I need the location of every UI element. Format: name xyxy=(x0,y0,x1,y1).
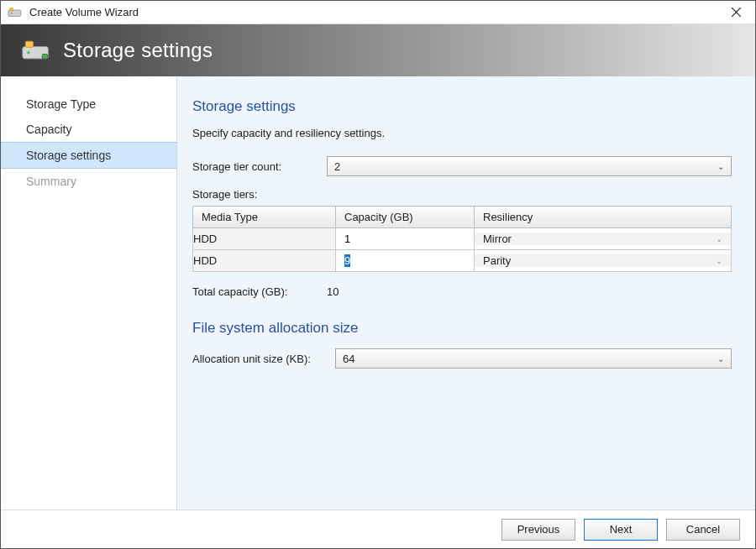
table-row: HDD Mirror ⌄ xyxy=(193,228,732,250)
storage-tiers-table: Media Type Capacity (GB) Resiliency HDD … xyxy=(192,206,732,272)
next-button[interactable]: Next xyxy=(584,519,658,541)
capacity-input-0[interactable] xyxy=(336,228,474,249)
sidebar-item-summary: Summary xyxy=(1,169,176,194)
close-button[interactable] xyxy=(722,1,750,24)
hint-text: Specify capacity and resiliency settings… xyxy=(192,127,732,139)
tier-count-select[interactable]: 2 ⌄ xyxy=(327,156,732,176)
cell-media-type: HDD xyxy=(193,228,336,250)
cancel-button[interactable]: Cancel xyxy=(666,519,740,541)
tiers-label: Storage tiers: xyxy=(192,188,732,201)
sidebar-item-storage-type[interactable]: Storage Type xyxy=(1,92,176,117)
chevron-down-icon: ⌄ xyxy=(717,162,724,171)
cell-media-type: HDD xyxy=(193,250,336,272)
wizard-footer: Previous Next Cancel xyxy=(1,510,755,548)
col-media-type[interactable]: Media Type xyxy=(193,207,336,228)
total-capacity-value: 10 xyxy=(327,285,339,298)
wizard-window: Create Volume Wizard Storage settings St… xyxy=(0,0,756,549)
col-capacity[interactable]: Capacity (GB) xyxy=(336,207,475,228)
chevron-down-icon: ⌄ xyxy=(717,354,724,363)
previous-button[interactable]: Previous xyxy=(501,519,575,541)
table-row: HDD Parity ⌄ xyxy=(193,250,732,272)
wizard-content: Storage settings Specify capacity and re… xyxy=(177,76,755,510)
wizard-sidebar: Storage Type Capacity Storage settings S… xyxy=(1,76,177,510)
allocation-row: Allocation unit size (KB): 64 ⌄ xyxy=(192,348,732,369)
banner-title: Storage settings xyxy=(63,39,213,62)
drive-icon xyxy=(8,7,23,18)
sidebar-item-storage-settings[interactable]: Storage settings xyxy=(1,142,176,169)
total-capacity-label: Total capacity (GB): xyxy=(192,285,327,298)
chevron-down-icon: ⌄ xyxy=(716,234,722,243)
allocation-select[interactable]: 64 ⌄ xyxy=(335,348,732,369)
allocation-label: Allocation unit size (KB): xyxy=(192,353,335,365)
window-title: Create Volume Wizard xyxy=(29,6,722,18)
drive-large-icon xyxy=(21,39,51,62)
svg-point-1 xyxy=(11,12,13,13)
tier-count-label: Storage tier count: xyxy=(192,160,327,173)
resiliency-value: Mirror xyxy=(483,233,512,245)
resiliency-select-1[interactable]: Parity ⌄ xyxy=(475,254,731,267)
col-resiliency[interactable]: Resiliency xyxy=(475,207,732,228)
allocation-value: 64 xyxy=(343,353,354,365)
svg-rect-2 xyxy=(9,8,13,10)
chevron-down-icon: ⌄ xyxy=(716,256,722,265)
wizard-body: Storage Type Capacity Storage settings S… xyxy=(1,76,755,510)
sidebar-item-capacity[interactable]: Capacity xyxy=(1,117,176,142)
tier-count-value: 2 xyxy=(334,160,340,173)
section-storage-settings-title: Storage settings xyxy=(192,98,732,115)
wizard-banner: Storage settings xyxy=(1,24,755,76)
capacity-input-1[interactable] xyxy=(336,250,474,271)
resiliency-value: Parity xyxy=(483,254,511,267)
svg-rect-7 xyxy=(25,41,33,47)
tier-count-row: Storage tier count: 2 ⌄ xyxy=(192,156,732,176)
section-allocation-title: File system allocation size xyxy=(192,320,732,337)
total-capacity-row: Total capacity (GB): 10 xyxy=(192,285,732,298)
titlebar: Create Volume Wizard xyxy=(1,1,755,24)
resiliency-select-0[interactable]: Mirror ⌄ xyxy=(475,233,731,245)
svg-rect-8 xyxy=(42,55,47,59)
svg-point-6 xyxy=(27,51,30,55)
